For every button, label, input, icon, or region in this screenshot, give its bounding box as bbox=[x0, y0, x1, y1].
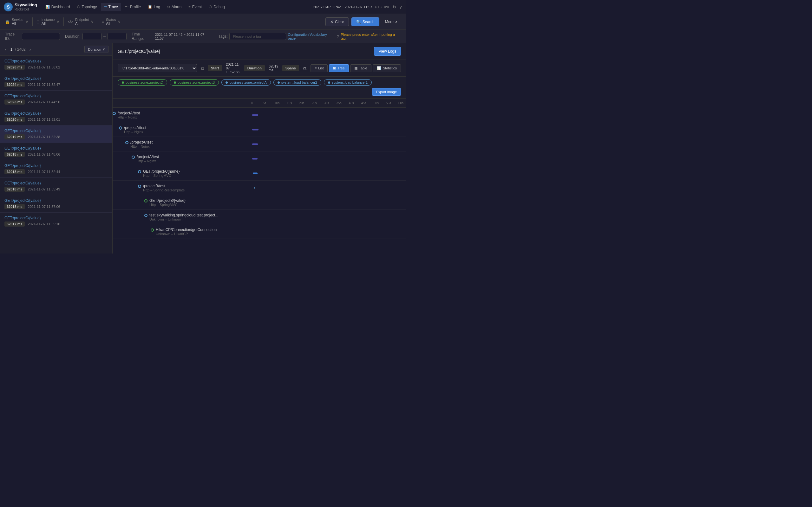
prev-page-button[interactable]: ‹ bbox=[4, 46, 8, 53]
ruler-tick-6: 30s bbox=[324, 101, 329, 105]
more-button[interactable]: More ∧ bbox=[382, 17, 401, 26]
status-filter-labels: Status All bbox=[106, 18, 116, 26]
current-page: 1 bbox=[10, 47, 13, 52]
service-tag-lb2[interactable]: system::load balancer2 bbox=[273, 79, 321, 86]
span-row[interactable]: /projectA/test Http – Nginx bbox=[113, 152, 406, 166]
tags-filter: Tags: Configuration Vocabulary page ? Pl… bbox=[218, 33, 401, 40]
view-tab-tree[interactable]: ⊞Tree bbox=[329, 64, 349, 72]
span-row[interactable]: GET:/projectA/{name} Http – SpringMVC bbox=[113, 166, 406, 181]
instance-filter-labels: Instance All bbox=[42, 18, 55, 26]
nav-item-event[interactable]: ≡Event bbox=[185, 3, 205, 11]
spans-list: /projectA/test Http – Nginx /projectA/te… bbox=[113, 108, 406, 239]
nav-item-debug[interactable]: ⬡Debug bbox=[206, 3, 228, 11]
spans-value: 21 bbox=[303, 66, 307, 70]
trace-list-item[interactable]: GET:/projectC/{value} 62018 ms 2021-11-0… bbox=[0, 195, 112, 213]
logo[interactable]: S Skywalking Rocketbot bbox=[4, 3, 37, 11]
trace-list-item[interactable]: GET:/projectC/{value} 62026 ms 2021-11-0… bbox=[0, 56, 112, 73]
trace-list-item[interactable]: GET:/projectC/{value} 62023 ms 2021-11-0… bbox=[0, 91, 112, 108]
endpoint-icon: </> bbox=[67, 20, 73, 24]
trace-detail-panel: GET:/projectC/{value} View Logs 3f172d4f… bbox=[113, 43, 406, 253]
trace-list-item[interactable]: GET:/projectC/{value} 62019 ms 2021-11-0… bbox=[0, 125, 112, 143]
copy-icon[interactable]: ⧉ bbox=[201, 66, 204, 71]
ruler-tick-12: 60s bbox=[398, 101, 403, 105]
span-dot bbox=[113, 112, 116, 115]
export-image-button[interactable]: Export Image bbox=[372, 88, 401, 96]
sort-button[interactable]: Duration ∨ bbox=[84, 46, 108, 53]
ruler-tick-9: 45s bbox=[361, 101, 366, 105]
span-dot bbox=[125, 141, 129, 144]
ruler-tick-11: 55s bbox=[386, 101, 391, 105]
duration-max-input[interactable] bbox=[107, 33, 126, 40]
view-tab-list[interactable]: ≡List bbox=[310, 64, 328, 72]
next-page-button[interactable]: › bbox=[28, 46, 32, 53]
span-row[interactable]: test.skywalking.springcloud.test.project… bbox=[113, 210, 406, 224]
span-row[interactable]: /projectB/test Http – SpringRestTemplate bbox=[113, 181, 406, 195]
refresh-icon[interactable]: ↻ bbox=[393, 4, 397, 9]
span-row[interactable]: /projectA/test Http – Nginx bbox=[113, 122, 406, 137]
view-tab-table[interactable]: ▦Table bbox=[350, 64, 371, 72]
tag-dot-lb1 bbox=[328, 81, 330, 83]
time-range-value: 2021-11-07 11:42 ~ 2021-11-07 11:57 bbox=[155, 33, 213, 40]
trace-list-item[interactable]: GET:/projectC/{value} 62018 ms 2021-11-0… bbox=[0, 160, 112, 178]
extra-filter-bar: Trace ID: Duration: – Time Range: 2021-1… bbox=[0, 30, 406, 43]
expand-icon[interactable]: ∨ bbox=[399, 4, 402, 9]
span-bar bbox=[254, 187, 255, 188]
trace-list-item[interactable]: GET:/projectC/{value} 62024 ms 2021-11-0… bbox=[0, 73, 112, 91]
nav-item-profile[interactable]: 〜Profile bbox=[122, 3, 144, 11]
trace-id-input[interactable] bbox=[22, 33, 60, 40]
trace-list-item[interactable]: GET:/projectC/{value} 62020 ms 2021-11-0… bbox=[0, 108, 112, 125]
span-row[interactable]: /projectA/test Http – Nginx bbox=[113, 108, 406, 122]
span-row[interactable]: GET:/projectB/{value} Http – SpringMVC bbox=[113, 195, 406, 210]
tag-input[interactable] bbox=[229, 33, 286, 40]
span-dot bbox=[151, 228, 154, 232]
service-filter-labels: Service All bbox=[12, 18, 23, 26]
timeline-ruler-header: 05s10s15s20s25s30s35s40s45s50s55s60s bbox=[113, 99, 406, 108]
trace-list-item[interactable]: GET:/projectC/{value} 62018 ms 2021-11-0… bbox=[0, 143, 112, 160]
trace-id-select[interactable]: 3f172d4f-10fd-4fe1-ada4-add780a061f8 bbox=[118, 64, 197, 72]
time-range-filter: Time Range: 2021-11-07 11:42 ~ 2021-11-0… bbox=[132, 32, 213, 41]
logo-icon: S bbox=[4, 3, 13, 11]
service-chevron-icon: ∨ bbox=[26, 19, 29, 24]
trace-list: GET:/projectC/{value} 62026 ms 2021-11-0… bbox=[0, 56, 112, 253]
nav-item-topology[interactable]: ⬡Topology bbox=[74, 3, 100, 11]
status-chevron-icon: ∨ bbox=[118, 19, 121, 24]
endpoint-chevron-icon: ∨ bbox=[91, 19, 94, 24]
detail-meta: 3f172d4f-10fd-4fe1-ada4-add780a061f8 ⧉ S… bbox=[113, 60, 406, 77]
nav-item-alarm[interactable]: ⊙Alarm bbox=[164, 3, 185, 11]
service-tag-lb1[interactable]: system::load balancer1 bbox=[324, 79, 372, 86]
detail-header: GET:/projectC/{value} View Logs bbox=[113, 43, 406, 60]
divider-1 bbox=[32, 17, 33, 26]
endpoint-filter[interactable]: </> Endpoint All ∨ bbox=[67, 18, 94, 26]
service-tag-projC[interactable]: business-zone::projectC bbox=[118, 79, 167, 86]
span-row[interactable]: HikariCP/Connection/getConnection Unknow… bbox=[113, 224, 406, 239]
nav-item-log[interactable]: 📋Log bbox=[145, 3, 163, 11]
trace-list-item[interactable]: GET:/projectC/{value} 62018 ms 2021-11-0… bbox=[0, 178, 112, 195]
status-filter[interactable]: ≡ Status All ∨ bbox=[102, 18, 121, 26]
search-button[interactable]: 🔍 Search bbox=[351, 17, 379, 26]
search-icon: 🔍 bbox=[356, 20, 361, 24]
nav-item-trace[interactable]: ⇒Trace bbox=[101, 3, 121, 11]
view-tab-statistics[interactable]: 📊Statistics bbox=[373, 64, 401, 72]
duration-min-input[interactable] bbox=[83, 33, 101, 40]
endpoint-filter-labels: Endpoint All bbox=[75, 18, 89, 26]
clear-button[interactable]: ✕ Clear bbox=[325, 17, 349, 26]
span-dot bbox=[138, 185, 141, 188]
list-tab-icon: ≡ bbox=[315, 66, 316, 70]
trace-list-panel: ‹ 1 / 2402 › Duration ∨ GET:/projectC/{v… bbox=[0, 43, 113, 253]
instance-icon: ⊡ bbox=[37, 20, 40, 24]
span-bar bbox=[252, 114, 258, 116]
trace-list-item[interactable]: GET:/projectC/{value} 62017 ms 2021-11-0… bbox=[0, 213, 112, 230]
service-tag-projB[interactable]: business-zone::projectB bbox=[170, 79, 219, 86]
view-logs-button[interactable]: View Logs bbox=[374, 47, 401, 56]
logo-text: Skywalking Rocketbot bbox=[14, 3, 37, 11]
span-row[interactable]: /projectA/test Http – Nginx bbox=[113, 137, 406, 152]
config-vocab-link[interactable]: Configuration Vocabulary page bbox=[288, 33, 335, 40]
instance-filter[interactable]: ⊡ Instance All ∨ bbox=[37, 18, 60, 26]
service-filter[interactable]: 🔒 Service All ∨ bbox=[5, 18, 29, 26]
debug-nav-icon: ⬡ bbox=[209, 5, 212, 9]
nav-item-dashboard[interactable]: 📊Dashboard bbox=[42, 3, 73, 11]
service-tag-projA[interactable]: business-zone::projectA bbox=[221, 79, 270, 86]
start-value: 2021-11-07 11:52:38 bbox=[226, 62, 241, 74]
tags-label: Tags: bbox=[218, 34, 228, 39]
timezone: UTC+0:0 bbox=[375, 5, 389, 9]
